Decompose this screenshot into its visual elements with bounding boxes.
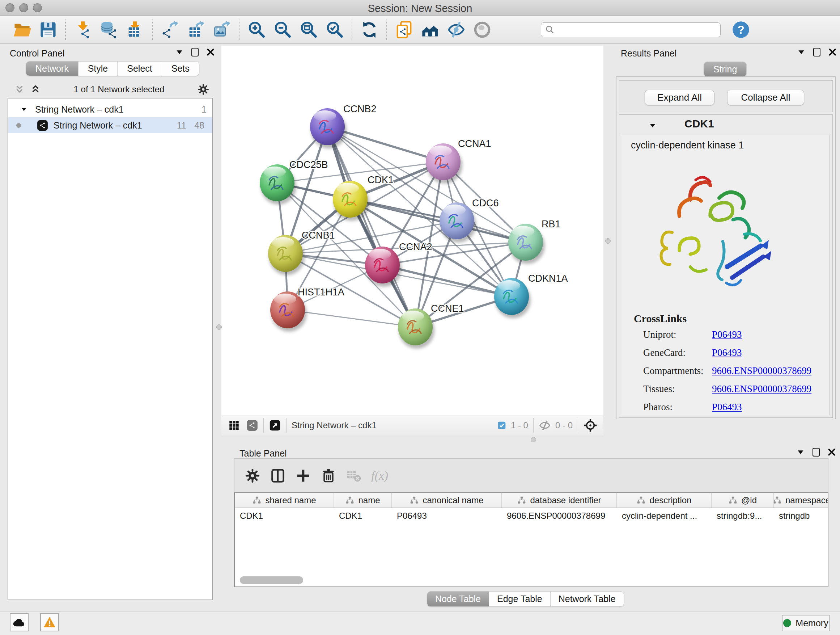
right-splitter-handle[interactable]	[605, 238, 611, 244]
zoom-in-button[interactable]	[245, 19, 268, 41]
column-type-icon	[252, 496, 262, 505]
column-type-icon	[409, 496, 419, 505]
control-panel-close-icon[interactable]	[206, 48, 215, 57]
crosslink-row: Uniprot:P06493	[643, 329, 824, 340]
show-panel-button[interactable]	[471, 19, 493, 41]
results-panel-close-icon[interactable]	[828, 48, 837, 57]
network-node-count: 11	[177, 120, 186, 131]
import-table-button[interactable]	[124, 19, 146, 41]
warnings-button[interactable]	[40, 613, 59, 631]
table-row[interactable]: CDK1CDK1P064939606.ENSP00000378699cyclin…	[235, 508, 828, 524]
edge-HIST1H1A-CCNE1[interactable]	[287, 310, 415, 327]
import-database-button[interactable]	[98, 19, 120, 41]
zoom-selected-button[interactable]	[324, 19, 346, 41]
column-header-database-identifier[interactable]: database identifier	[502, 493, 617, 508]
column-header-shared-name[interactable]: shared name	[235, 493, 334, 508]
zoom-out-button[interactable]	[271, 19, 294, 41]
tab-network-table[interactable]: Network Table	[551, 592, 624, 606]
table-options-gear-icon[interactable]	[245, 468, 261, 484]
home-button[interactable]	[419, 19, 441, 41]
table-panel-menu-icon[interactable]	[796, 448, 805, 457]
network-canvas[interactable]: CCNB2CCNA1CDC25BCDK1CDC6RB1CCNB1CCNA2CDK…	[221, 46, 603, 416]
network-options-gear-icon[interactable]	[197, 83, 210, 96]
column-type-icon	[517, 496, 526, 505]
expand-all-networks-icon[interactable]	[30, 84, 41, 95]
control-panel-menu-icon[interactable]	[175, 48, 184, 57]
import-network-button[interactable]	[72, 19, 94, 41]
expand-all-button[interactable]: Expand All	[645, 90, 714, 105]
column-header-name[interactable]: name	[334, 493, 392, 508]
node-CDK1[interactable]	[333, 181, 369, 221]
table-panel-float-icon[interactable]	[813, 448, 820, 456]
zoom-selected-icon	[325, 20, 344, 39]
crosslink-value-link[interactable]: 9606.ENSP00000378699	[712, 383, 812, 394]
node-label-CCNB2: CCNB2	[343, 103, 377, 114]
selected-checkbox-icon[interactable]	[497, 421, 507, 430]
network-collection-row[interactable]: String Network – cdk1 1	[8, 101, 212, 117]
title-bar: Session: New Session	[0, 0, 840, 16]
crosslink-row: GeneCard:P06493	[643, 347, 824, 358]
tab-node-table[interactable]: Node Table	[427, 592, 489, 606]
tab-select[interactable]: Select	[118, 62, 162, 76]
column-header-canonical-name[interactable]: canonical name	[392, 493, 502, 508]
fit-selected-crosshair-icon[interactable]	[583, 418, 598, 432]
crosslink-value-link[interactable]: P06493	[712, 347, 742, 358]
clone-network-button[interactable]	[393, 19, 415, 41]
grid-view-icon[interactable]	[228, 419, 240, 432]
entry-collapse-icon[interactable]	[648, 121, 657, 130]
node-CCNA1[interactable]	[426, 143, 462, 184]
show-columns-icon[interactable]	[270, 468, 286, 484]
delete-column-icon[interactable]	[321, 468, 336, 484]
toolbar-groups	[5, 19, 499, 41]
import-network-icon	[73, 20, 92, 39]
export-image-button[interactable]	[210, 19, 233, 41]
save-button[interactable]	[37, 19, 59, 41]
search-box[interactable]	[541, 22, 721, 37]
table-panel-close-icon[interactable]	[827, 448, 836, 457]
node-table[interactable]: shared namenamecanonical namedatabase id…	[234, 492, 829, 587]
refresh-button[interactable]	[358, 19, 381, 41]
entry-gene-name: CDK1	[684, 118, 714, 130]
help-button[interactable]: ?	[731, 20, 750, 39]
node-RB1[interactable]	[508, 224, 545, 264]
tab-edge-table[interactable]: Edge Table	[489, 592, 551, 606]
home-icon	[421, 20, 439, 39]
node-CCNE1[interactable]	[398, 309, 434, 348]
node-CDC25B[interactable]	[260, 165, 296, 204]
node-CDC6[interactable]	[439, 203, 476, 242]
open-folder-button[interactable]	[11, 19, 33, 41]
results-panel-menu-icon[interactable]	[797, 48, 806, 57]
collapse-all-networks-icon[interactable]	[14, 84, 25, 95]
add-column-icon[interactable]	[295, 468, 311, 484]
birds-eye-view-icon[interactable]	[269, 419, 281, 432]
table-hscrollbar-thumb[interactable]	[240, 576, 303, 584]
collapse-all-button[interactable]: Collapse All	[727, 90, 804, 105]
column-header-description[interactable]: description	[617, 493, 712, 508]
crosslinks-heading: CrossLinks	[634, 312, 687, 325]
export-network-button[interactable]	[158, 19, 181, 41]
tab-string[interactable]: String	[704, 62, 746, 76]
hide-panel-button[interactable]	[445, 19, 467, 41]
tab-style[interactable]: Style	[79, 62, 118, 76]
memory-button[interactable]: Memory	[782, 615, 829, 631]
crosslink-value-link[interactable]: P06493	[712, 329, 742, 340]
tab-network[interactable]: Network	[26, 62, 79, 76]
control-panel-float-icon[interactable]	[191, 48, 199, 57]
tab-sets[interactable]: Sets	[162, 62, 199, 76]
network-row-selected[interactable]: String Network – cdk1 11 48	[8, 117, 212, 133]
search-input[interactable]	[555, 24, 717, 36]
results-panel-float-icon[interactable]	[813, 48, 821, 57]
node-CCNB2[interactable]	[310, 108, 347, 149]
crosslink-value-link[interactable]: P06493	[712, 402, 742, 413]
export-table-button[interactable]	[185, 19, 207, 41]
node-CDKN1A[interactable]	[494, 278, 531, 318]
left-splitter-handle[interactable]	[216, 325, 222, 330]
crosslink-value-link[interactable]: 9606.ENSP00000378699	[712, 365, 812, 377]
network-badge-icon[interactable]	[246, 419, 258, 432]
zoom-fit-button[interactable]	[297, 19, 320, 41]
cloud-status-button[interactable]	[10, 613, 28, 631]
collection-expander-icon[interactable]	[20, 105, 28, 113]
column-header-@id[interactable]: @id	[712, 493, 774, 508]
column-header-namespace[interactable]: namespace	[774, 493, 829, 508]
network-graph[interactable]: CCNB2CCNA1CDC25BCDK1CDC6RB1CCNB1CCNA2CDK…	[221, 46, 603, 416]
